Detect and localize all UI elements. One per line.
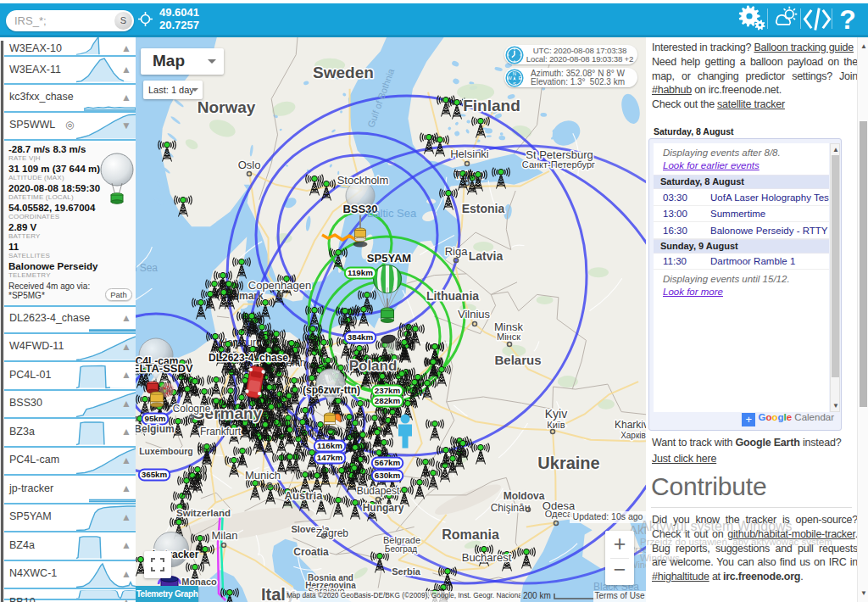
svg-text:Switzerland: Switzerland — [176, 508, 231, 518]
svg-text:Zagreb: Zagreb — [316, 527, 348, 539]
svg-text:Hungary: Hungary — [363, 502, 404, 514]
svg-text:DL2623-4_chase: DL2623-4_chase — [209, 352, 288, 364]
svg-text:282km: 282km — [375, 396, 401, 405]
svg-text:365km: 365km — [142, 470, 168, 479]
svg-text:Kharkiv: Kharkiv — [615, 419, 646, 431]
svg-text:384km: 384km — [348, 332, 374, 342]
svg-text:Chişinău: Chişinău — [491, 502, 531, 514]
svg-text:Харків: Харків — [620, 431, 646, 440]
svg-text:116km: 116km — [317, 441, 342, 450]
svg-text:Belgium: Belgium — [136, 423, 175, 435]
svg-text:Stockholm: Stockholm — [337, 174, 389, 187]
svg-text:Helsinki: Helsinki — [450, 148, 489, 160]
svg-text:147km: 147km — [317, 453, 343, 462]
svg-text:W: W — [507, 75, 512, 81]
svg-text:Riga: Riga — [445, 245, 469, 258]
svg-text:Poland: Poland — [349, 358, 398, 374]
svg-text:237km: 237km — [375, 386, 401, 395]
svg-text:DELTA-SSDV: DELTA-SSDV — [136, 362, 193, 375]
svg-text:95km: 95km — [144, 414, 165, 423]
svg-text:Romania: Romania — [442, 527, 499, 542]
svg-text:Мінск: Мінск — [497, 332, 520, 342]
svg-text:Norway: Norway — [198, 98, 256, 116]
svg-text:Київ: Київ — [547, 420, 565, 430]
svg-text:Београд: Београд — [385, 544, 417, 554]
svg-text:Oslo: Oslo — [238, 159, 261, 171]
svg-text:Latvia: Latvia — [469, 249, 504, 263]
svg-text:Munich: Munich — [245, 469, 281, 482]
svg-text:567km: 567km — [375, 458, 401, 467]
svg-text:Bucharest: Bucharest — [462, 551, 512, 564]
svg-text:Copenhagen: Copenhagen — [248, 279, 311, 292]
svg-text:SP5YAM: SP5YAM — [367, 252, 411, 265]
svg-text:North Sea: North Sea — [136, 262, 158, 274]
svg-text:Serbia: Serbia — [392, 566, 421, 577]
svg-text:Luxembourg: Luxembourg — [139, 446, 193, 456]
svg-text:630km: 630km — [375, 471, 401, 480]
svg-text:Lithuania: Lithuania — [426, 289, 479, 303]
svg-text:E: E — [519, 75, 522, 81]
svg-text:Austria: Austria — [285, 489, 324, 502]
svg-text:Budapest: Budapest — [357, 485, 400, 497]
svg-text:(sp6zwr-ttn): (sp6zwr-ttn) — [303, 384, 360, 396]
svg-text:Belarus: Belarus — [494, 353, 541, 367]
svg-text:Finland: Finland — [463, 97, 520, 114]
svg-text:Sweden: Sweden — [313, 64, 374, 81]
svg-text:Milan: Milan — [211, 529, 237, 542]
svg-text:Санкт-Петербург: Санкт-Петербург — [522, 159, 595, 170]
svg-text:Croatia: Croatia — [293, 546, 329, 558]
svg-text:Kyiv: Kyiv — [545, 407, 567, 421]
svg-text:119km: 119km — [348, 268, 373, 277]
svg-text:Estonia: Estonia — [462, 202, 505, 215]
svg-text:Baltic Sea: Baltic Sea — [367, 207, 417, 220]
svg-text:Ukraine: Ukraine — [537, 454, 599, 472]
svg-text:Cologne: Cologne — [173, 403, 211, 415]
svg-text:Moldova: Moldova — [504, 490, 545, 502]
svg-text:S: S — [513, 81, 516, 86]
svg-text:N: N — [513, 70, 516, 75]
svg-text:Frankfurt: Frankfurt — [200, 426, 242, 438]
svg-text:Vilnius: Vilnius — [458, 308, 491, 321]
